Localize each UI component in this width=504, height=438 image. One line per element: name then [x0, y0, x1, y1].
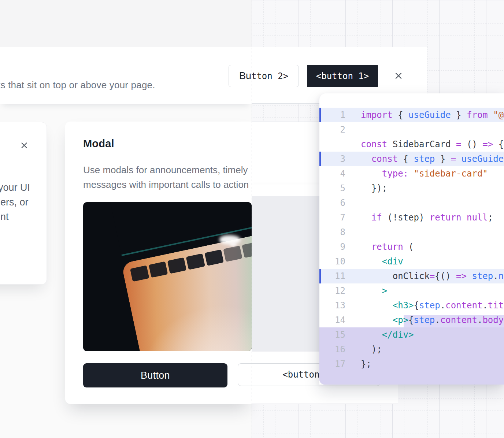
line-number: 13: [319, 298, 345, 313]
code-text: >: [345, 283, 387, 298]
code-text: </div>: [345, 327, 414, 342]
code-line[interactable]: 7 if (!step) return null;: [319, 210, 504, 225]
code-text: import { useGuide } from "@: [345, 108, 504, 122]
modal-image-macbook-photo: [83, 202, 252, 351]
line-number: 7: [319, 210, 345, 225]
line-number: 1: [319, 108, 345, 122]
line-number: 17: [319, 357, 345, 371]
code-line[interactable]: 13 <h3>{step.content.titl: [319, 298, 504, 313]
line-number: 10: [319, 254, 345, 269]
code-text: [345, 122, 361, 137]
code-line[interactable]: 14 <p>{step.content.body: [319, 313, 504, 327]
code-text: const SidebarCard = () => {: [345, 137, 504, 152]
line-number: [319, 137, 345, 152]
code-line[interactable]: 5 });: [319, 181, 504, 196]
code-line[interactable]: 4 type: "sidebar-card": [319, 166, 504, 181]
code-text: });: [345, 181, 387, 196]
code-text: if (!step) return null;: [345, 210, 493, 225]
modal-description-line: Use modals for announcements, timely: [83, 163, 249, 177]
code-text: <p>{step.content.body: [345, 313, 504, 327]
toolbar-button-1[interactable]: <button_1>: [307, 65, 378, 87]
viewport-boundary-dashed-line: [252, 0, 252, 438]
modal-title: Modal: [83, 138, 114, 150]
sidebar-card: your UI ers, or nt: [0, 122, 47, 285]
code-line[interactable]: 17};: [319, 357, 504, 371]
top-background-strip: [0, 0, 252, 47]
code-editor-panel[interactable]: 1import { useGuide } from "@2const Sideb…: [319, 93, 504, 385]
code-line[interactable]: 2: [319, 122, 504, 137]
code-line[interactable]: 9 return (: [319, 240, 504, 254]
toolbar-button-1-label: <button_1>: [316, 71, 369, 81]
code-text: <h3>{step.content.titl: [345, 298, 504, 313]
code-text: );: [345, 342, 382, 357]
line-number: 16: [319, 342, 345, 357]
line-number: 11: [319, 269, 345, 283]
sidebar-card-line: your UI: [0, 180, 49, 195]
line-number: 14: [319, 313, 345, 327]
code-text: [345, 196, 361, 210]
modal-card: Modal Use modals for announcements, time…: [65, 122, 252, 404]
code-text: type: "sidebar-card": [345, 166, 488, 181]
line-number: 9: [319, 240, 345, 254]
code-line[interactable]: 12 >: [319, 283, 504, 298]
modal-primary-button[interactable]: Button: [83, 363, 227, 387]
code-text: return (: [345, 240, 414, 254]
code-line[interactable]: 8: [319, 225, 504, 240]
code-line[interactable]: 11 onClick={() => step.ne: [319, 269, 504, 283]
code-text: [345, 225, 361, 240]
code-line[interactable]: 10 <div: [319, 254, 504, 269]
line-number: 6: [319, 196, 345, 210]
code-lines: 1import { useGuide } from "@2const Sideb…: [319, 108, 504, 371]
code-line[interactable]: const SidebarCard = () => {: [319, 137, 504, 152]
modal-description: Use modals for announcements, timely mes…: [83, 163, 249, 192]
sidebar-card-line: ers, or: [0, 195, 49, 209]
page-header-band: [0, 47, 252, 104]
apple-logo: [219, 235, 241, 244]
line-number: 5: [319, 181, 345, 196]
code-text: <div: [345, 254, 403, 269]
toolbar-button-2-label-sans: Bu: [239, 70, 251, 82]
line-number: 2: [319, 122, 345, 137]
code-line[interactable]: 3 const { step } = useGuide(: [319, 152, 504, 166]
toolbar-button-2[interactable]: Button_2>: [229, 65, 299, 87]
modal-primary-button-label: Button: [141, 370, 170, 381]
code-text: };: [345, 357, 371, 371]
close-icon-glyph: [19, 141, 29, 150]
code-text: onClick={() => step.ne: [345, 269, 504, 283]
code-line[interactable]: 15 </div>: [319, 327, 504, 342]
line-number: 3: [319, 152, 345, 166]
close-icon-glyph: [393, 71, 404, 81]
line-number: 8: [319, 225, 345, 240]
code-line[interactable]: 16 );: [319, 342, 504, 357]
sidebar-card-text: your UI ers, or nt: [0, 180, 49, 224]
code-line[interactable]: 6: [319, 196, 504, 210]
close-icon[interactable]: [19, 141, 29, 150]
line-number: 15: [319, 327, 345, 342]
code-text: const { step } = useGuide(: [345, 152, 504, 166]
hero-description-text: ts that sit on top or above your page.: [0, 79, 155, 91]
toolbar-button-2-label-mono: tton_2>: [251, 71, 288, 81]
close-icon[interactable]: [393, 71, 404, 81]
apple-logo-glow: [230, 243, 237, 246]
line-number: 4: [319, 166, 345, 181]
sidebar-card-line: nt: [0, 209, 49, 224]
code-line[interactable]: 1import { useGuide } from "@: [319, 108, 504, 122]
modal-description-line: messages with important calls to action: [83, 177, 249, 192]
line-number: 12: [319, 283, 345, 298]
